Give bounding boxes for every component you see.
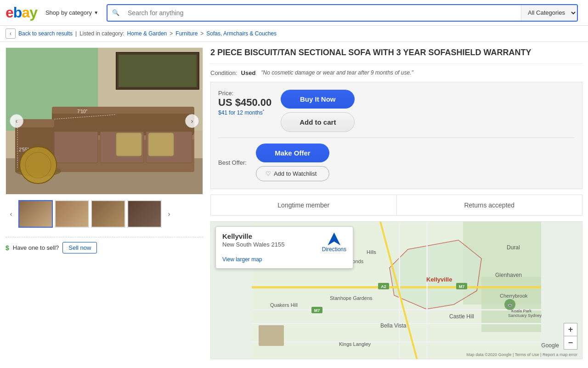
main-product-image: 7'10" 2'55" ‹ › — [6, 47, 203, 195]
price-label: Price: — [218, 90, 271, 97]
popup-state-text: New South Wales 2155 — [222, 241, 284, 248]
svg-text:Kings Langley: Kings Langley — [339, 341, 371, 347]
svg-rect-58 — [259, 325, 284, 346]
zoom-in-button[interactable]: + — [564, 323, 577, 336]
returns-accepted-cell: Returns accepted — [397, 195, 582, 215]
breadcrumb-separator-1: | — [75, 30, 77, 37]
svg-text:Stanhope Gardens: Stanhope Gardens — [330, 295, 373, 301]
thumbnail-3[interactable] — [91, 200, 125, 228]
svg-rect-6 — [119, 55, 197, 87]
seller-info-bar: Longtime member Returns accepted — [210, 195, 582, 216]
zoom-out-button[interactable]: − — [564, 336, 577, 349]
svg-rect-33 — [252, 341, 541, 343]
returns-accepted-text: Returns accepted — [464, 201, 514, 209]
price-info: Price: US $450.00 $41 for 12 months* — [218, 90, 271, 116]
dollar-icon: $ — [6, 244, 9, 252]
svg-text:Quakers Hill: Quakers Hill — [270, 302, 298, 308]
breadcrumb-category1[interactable]: Home & Garden — [127, 30, 167, 37]
svg-rect-16 — [116, 133, 141, 156]
breadcrumb-arrow-1: > — [170, 30, 173, 37]
breadcrumb-bar: ‹ Back to search results | Listed in cat… — [0, 26, 588, 42]
offer-buttons: Make Offer ♡ Add to Watchlist — [256, 144, 329, 181]
longtime-member-cell: Longtime member — [211, 195, 397, 215]
thumb-prev-button[interactable]: ‹ — [6, 208, 17, 219]
thumbnail-row: ‹ › — [6, 198, 203, 230]
thumbnail-4[interactable] — [127, 200, 162, 228]
sell-now-button[interactable]: Sell now — [62, 242, 97, 253]
svg-rect-31 — [252, 309, 541, 310]
google-logo: Google — [541, 342, 559, 349]
installment-text: $41 for 12 months — [218, 109, 263, 116]
best-offer-label: Best Offer: — [218, 159, 247, 166]
popup-location-info: Kellyville New South Wales 2155 — [222, 232, 284, 248]
product-title: 2 PIECE BISCUIT/TAN SECTIONAL SOFA WITH … — [210, 47, 582, 64]
directions-label: Directions — [322, 246, 346, 253]
product-image-svg: 7'10" 2'55" — [6, 48, 203, 195]
back-to-search-link[interactable]: Back to search results — [18, 30, 73, 37]
thumb-next-button[interactable]: › — [164, 208, 175, 219]
svg-rect-35 — [426, 222, 428, 359]
condition-label: Condition: — [210, 69, 237, 76]
longtime-member-text: Longtime member — [277, 201, 329, 209]
image-section: 7'10" 2'55" ‹ › ‹ — [6, 47, 203, 359]
logo-y: y — [29, 4, 37, 21]
buy-it-now-button[interactable]: Buy It Now — [281, 90, 355, 109]
svg-rect-13 — [54, 132, 98, 163]
product-section: 2 PIECE BISCUIT/TAN SECTIONAL SOFA WITH … — [210, 47, 582, 359]
search-input[interactable] — [124, 5, 521, 21]
condition-row: Condition: Used "No cosmetic damage or w… — [210, 69, 582, 76]
breadcrumb-listed-in: Listed in category: — [79, 30, 124, 37]
directions-button[interactable]: Directions — [322, 232, 346, 253]
svg-text:Kellyville: Kellyville — [426, 276, 452, 283]
map-popup: Kellyville New South Wales 2155 Directio… — [215, 226, 353, 269]
svg-text:M7: M7 — [314, 308, 320, 313]
back-arrow-button[interactable]: ‹ — [6, 29, 16, 39]
svg-rect-30 — [252, 286, 541, 288]
map-zoom-controls: + − — [564, 323, 577, 350]
price-installment[interactable]: $41 for 12 months* — [218, 109, 271, 116]
installment-sup: * — [263, 109, 265, 113]
condition-value: Used — [241, 69, 256, 76]
svg-rect-17 — [148, 133, 174, 156]
best-offer-row: Best Offer: Make Offer ♡ Add to Watchlis… — [218, 138, 575, 181]
add-to-watchlist-button[interactable]: ♡ Add to Watchlist — [256, 166, 329, 181]
condition-note: "No cosmetic damage or wear and tear aft… — [261, 69, 413, 76]
svg-text:Hills: Hills — [367, 249, 376, 255]
ebay-logo[interactable]: ebay — [6, 4, 37, 21]
breadcrumb-category3[interactable]: Sofas, Armchairs & Couches — [206, 30, 277, 37]
heart-icon: ♡ — [266, 170, 271, 177]
svg-text:Bella Vista: Bella Vista — [380, 322, 407, 329]
shop-by-category-button[interactable]: Shop by category ▼ — [42, 7, 102, 18]
search-bar: 🔍 All Categories — [107, 4, 578, 22]
directions-arrow-icon — [328, 232, 340, 245]
make-offer-button[interactable]: Make Offer — [256, 144, 329, 162]
search-icon: 🔍 — [107, 5, 124, 21]
svg-text:Glenhaven: Glenhaven — [495, 272, 522, 278]
view-larger-map-link[interactable]: View larger map — [222, 256, 346, 263]
svg-text:M7: M7 — [459, 284, 465, 289]
price-value: US $450.00 — [218, 97, 271, 109]
price-row: Price: US $450.00 $41 for 12 months* Buy… — [218, 90, 575, 132]
price-box: Price: US $450.00 $41 for 12 months* Buy… — [210, 82, 582, 189]
add-to-cart-button[interactable]: Add to cart — [281, 112, 355, 132]
category-dropdown[interactable]: All Categories — [521, 5, 577, 21]
shop-by-category-label: Shop by category — [45, 9, 92, 16]
action-buttons: Buy It Now Add to cart — [281, 90, 355, 132]
breadcrumb-arrow-2: > — [200, 30, 204, 37]
breadcrumb-category2[interactable]: Furniture — [175, 30, 198, 37]
prev-image-arrow[interactable]: ‹ — [10, 114, 23, 128]
svg-text:Castle Hill: Castle Hill — [449, 313, 474, 320]
popup-header: Kellyville New South Wales 2155 Directio… — [222, 232, 346, 253]
svg-text:A2: A2 — [381, 284, 386, 289]
thumbnail-2[interactable] — [55, 200, 89, 228]
watchlist-label: Add to Watchlist — [274, 170, 317, 177]
next-image-arrow[interactable]: › — [185, 114, 199, 128]
map-background: A2 M7 M7 Dural Glenhaven The Ponds Hills… — [211, 222, 582, 359]
thumbnail-1[interactable] — [18, 200, 53, 228]
chevron-down-icon: ▼ — [94, 10, 98, 15]
main-content: 7'10" 2'55" ‹ › ‹ — [0, 42, 588, 365]
logo-e: e — [6, 4, 13, 21]
have-one-to-sell-text: Have one to sell? — [13, 244, 59, 251]
logo-a: a — [22, 4, 29, 21]
logo-b: b — [13, 4, 22, 21]
